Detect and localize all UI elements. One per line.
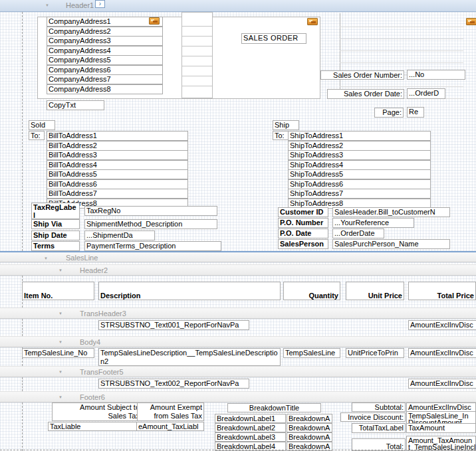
sold-label[interactable]: Sold [29,120,55,130]
ship-to-address-field[interactable]: ShipToAddress7 [288,189,431,199]
invoice-discount-value[interactable]: TempSalesLine_In DiscountAmount [406,411,476,424]
company-address-field[interactable]: CompanyAddress3 [47,36,163,46]
ship-via-label[interactable]: Ship Via [31,219,80,229]
band-bar-transfooter5[interactable]: ▼ TransFooter5 [0,366,476,377]
band-bar-footer6[interactable]: ▼ Footer6 [0,391,476,403]
company-address-field[interactable]: CompanyAddress8 [47,84,163,94]
picture-placeholder-icon[interactable] [149,17,160,25]
band-bar-header2[interactable]: ▼ Header2 [0,264,476,276]
sales-order-date-value[interactable]: ...OrderD [407,88,445,99]
collapse-icon[interactable]: ▼ [59,370,62,374]
breakdown-label[interactable]: BreakdownLabel3 [215,432,286,442]
company-address-field[interactable]: CompanyAddress4 [47,46,163,56]
picture-placeholder-icon[interactable] [307,18,318,25]
bill-to-address-field[interactable]: BillToAddress5 [47,169,188,179]
collapse-icon[interactable]: ▼ [59,340,62,344]
page-number-value[interactable]: Re [407,107,424,118]
tax-amount-value[interactable]: TaxAmount [406,423,476,433]
band-bar-salesline[interactable]: ▼ SalesLine [0,251,476,262]
breakdown-label[interactable]: BreakdownLabel1 [215,414,286,423]
ship-to-address-field[interactable]: ShipToAddress1 [288,131,431,141]
salesperson-value[interactable]: SalesPurchPerson_Name [332,239,450,249]
collapse-icon[interactable]: ▼ [44,256,48,260]
ship-label[interactable]: Ship [273,120,299,130]
bill-to-address-field[interactable]: BillToAddress4 [47,160,188,170]
company-address-field[interactable]: CompanyAddress1 [47,17,163,27]
company-address-field[interactable]: CompanyAddress7 [47,74,163,84]
column-header-description[interactable]: Description [98,282,281,300]
expand-section-icon[interactable]: › [95,0,105,8]
picture-placeholder-icon[interactable] [466,18,476,25]
collapse-icon[interactable]: ▼ [45,3,49,7]
body-amount-field[interactable]: AmountExclInvDisc [408,348,476,358]
total-tax-label[interactable]: TotalTaxLabel [352,423,406,433]
bill-to-address-field[interactable]: BillToAddress7 [47,189,188,199]
company-address-field[interactable]: CompanyAddress6 [47,65,163,75]
breakdown-amount[interactable]: BreakdownA [287,432,332,442]
report-title-field[interactable]: SALES ORDER [241,33,306,44]
breakdown-amount[interactable]: BreakdownA [287,423,332,432]
subtotal-label[interactable]: Subtotal: [352,403,406,412]
shipment-method-value[interactable]: ShipmentMethod_Description [84,219,217,229]
ship-to-address-field[interactable]: ShipToAddress4 [288,160,431,170]
sales-order-date-label[interactable]: Sales Order Date: [327,89,404,99]
sales-order-number-value[interactable]: ...No [407,70,465,80]
body-description-field[interactable]: TempSalesLineDescription__TempSalesLineD… [98,348,281,366]
collapse-icon[interactable]: ▼ [59,312,62,316]
tax-exempt-amount-field[interactable]: eAmount_TaxLiabl [136,422,204,431]
transheader-amount-field[interactable]: AmountExclInvDisc [408,320,476,330]
customer-id-value[interactable]: SalesHeader.Bill_toCustomerN [332,207,450,217]
tax-reg-no-value[interactable]: TaxRegNo [84,206,217,216]
band-bar-transheader3[interactable]: ▼ TransHeader3 [0,308,476,319]
breakdown-title[interactable]: BreakdownTitle [227,403,321,412]
sales-order-number-label[interactable]: Sales Order Number: [320,70,404,80]
body-unit-price-field[interactable]: UnitPriceToPrin [346,348,404,358]
breakdown-label[interactable]: BreakdownLabel2 [215,423,286,432]
copy-text-field[interactable]: CopyTxt [47,100,104,110]
company-address-field[interactable]: CompanyAddress2 [47,27,163,37]
column-header-item-no[interactable]: Item No. [22,282,94,300]
tax-liable-field[interactable]: TaxLiable [48,422,142,431]
ship-to-label[interactable]: To: [273,131,289,140]
collapse-icon[interactable]: ▼ [59,268,62,272]
customer-id-label[interactable]: Customer ID [278,207,328,217]
terms-label[interactable]: Terms [31,241,80,251]
po-date-value[interactable]: ...OrderDate [332,228,384,238]
column-header-total-price[interactable]: Total Price [408,282,476,300]
transfooter-amount-field[interactable]: AmountExclInvDisc [408,379,476,389]
subtotal-value[interactable]: AmountExclInvDisc [406,403,476,412]
ship-to-address-field[interactable]: ShipToAddress3 [288,150,431,160]
transheader-text-field[interactable]: STRSUBSTNO_Text001_ReportForNavPa [98,320,249,330]
column-header-unit-price[interactable]: Unit Price [346,282,404,300]
band-bar-header1[interactable]: ▼ Header1 [0,0,476,12]
body-item-no-field[interactable]: TempSalesLine_No [22,348,94,358]
po-date-label[interactable]: P.O. Date [278,228,328,238]
salesperson-label[interactable]: SalesPerson [278,239,328,249]
company-address-field[interactable]: CompanyAddress5 [47,55,163,65]
transfooter-text-field[interactable]: STRSUBSTNO_Text002_ReportForNavPa [98,379,249,389]
payment-terms-value[interactable]: PaymentTerms_Description [84,241,221,251]
column-header-quantity[interactable]: Quantity [283,282,340,300]
bill-to-address-field[interactable]: BillToAddress6 [47,179,188,189]
sold-to-label[interactable]: To: [29,131,45,140]
ship-to-address-field[interactable]: ShipToAddress6 [288,179,431,189]
total-value[interactable]: Amount_TaxAmoun t_TempSalesLineIncl [406,436,476,451]
ship-to-address-field[interactable]: ShipToAddress5 [288,169,431,179]
band-bar-body4[interactable]: ▼ Body4 [0,336,476,347]
ship-date-label[interactable]: Ship Date [31,230,80,240]
po-number-label[interactable]: P.O. Number [278,218,328,228]
bill-to-address-field[interactable]: BillToAddress2 [47,141,188,151]
ship-to-address-field[interactable]: ShipToAddress2 [288,141,431,151]
collapse-icon[interactable]: ▼ [59,395,62,399]
po-number-value[interactable]: ...YourReference [332,218,414,228]
tax-reg-label[interactable]: TaxRegLabel [31,203,80,219]
amount-subject-label[interactable]: Amount Subject to Sales Tax [52,403,142,421]
page-label[interactable]: Page: [374,108,404,118]
body-quantity-field[interactable]: TempSalesLine [283,348,340,358]
amount-exempt-label[interactable]: Amount Exempt from Sales Tax [137,403,204,421]
bill-to-address-field[interactable]: BillToAddress3 [47,150,188,160]
breakdown-amount[interactable]: BreakdownA [287,414,332,423]
bill-to-address-field[interactable]: BillToAddress1 [47,131,188,141]
invoice-discount-label[interactable]: Invoice Discount: [340,412,406,422]
shipment-date-value[interactable]: ...ShipmentDa [84,230,155,240]
